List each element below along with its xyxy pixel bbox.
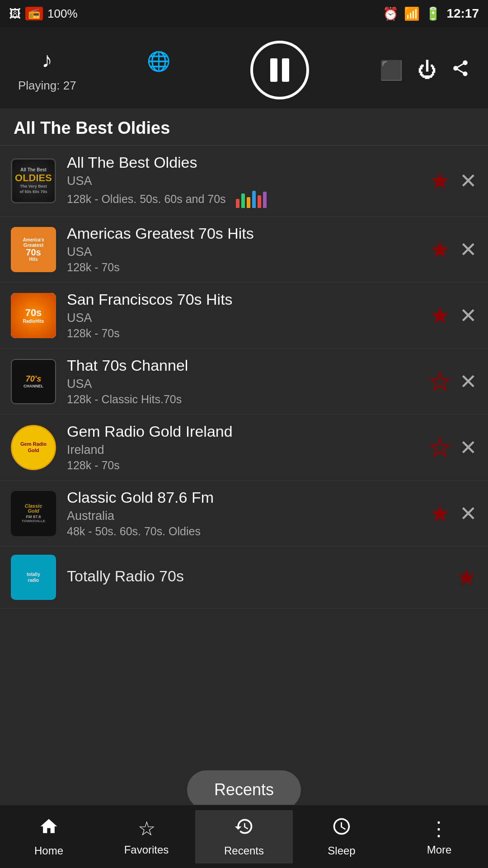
station-info: Classic Gold 87.6 Fm Australia 48k - 50s…: [67, 489, 422, 538]
station-name: Gem Radio Gold Ireland: [67, 423, 422, 440]
section-heading: All The Best Oldies: [14, 118, 474, 138]
station-actions: ★ ✕: [429, 302, 477, 329]
nav-item-more[interactable]: ⋮ More: [390, 811, 488, 863]
pause-bar-right: [282, 58, 289, 82]
status-right: ⏰ 📶 🔋 12:17: [383, 6, 479, 21]
clock: 12:17: [446, 6, 479, 21]
favorite-button[interactable]: ★: [429, 500, 450, 527]
nav-item-sleep[interactable]: Sleep: [293, 810, 390, 863]
station-meta: 128k - 70s: [67, 327, 422, 340]
remove-button[interactable]: ✕: [460, 501, 477, 526]
player-header: ♪ Playing: 27 🌐 ⬛ ⏻: [0, 27, 488, 108]
music-icon[interactable]: ♪: [42, 47, 52, 72]
status-left: 🖼 📻 100%: [9, 7, 78, 21]
remove-button[interactable]: ✕: [460, 169, 477, 193]
station-actions: ★ ✕: [429, 236, 477, 263]
stop-button[interactable]: ⬛: [380, 59, 403, 81]
share-button[interactable]: [451, 59, 470, 82]
station-item[interactable]: America's Greatest 70s Hits Americas Gre…: [0, 217, 488, 283]
favorites-label: Favorites: [124, 844, 169, 856]
battery-number: 100%: [47, 7, 78, 21]
station-info: That 70s Channel USA 128k - Classic Hits…: [67, 357, 422, 406]
station-meta: 128k - Oldies. 50s. 60s and 70s: [67, 190, 422, 208]
station-item[interactable]: Gem RadioGold Gem Radio Gold Ireland Ire…: [0, 415, 488, 481]
station-name: Americas Greatest 70s Hits: [67, 225, 422, 242]
station-name: San Franciscos 70s Hits: [67, 291, 422, 308]
station-country: Ireland: [67, 443, 422, 457]
station-logo: Gem RadioGold: [11, 425, 56, 470]
station-info: All The Best Oldies USA 128k - Oldies. 5…: [67, 154, 422, 208]
app-icon: 📻: [25, 7, 43, 20]
station-meta: 128k - Classic Hits.70s: [67, 393, 422, 406]
pause-button[interactable]: [250, 41, 309, 99]
sleep-icon: [332, 816, 352, 841]
station-actions: ★ ✕: [429, 167, 477, 194]
station-item[interactable]: 70s RadioHits San Franciscos 70s Hits US…: [0, 283, 488, 349]
home-icon: [39, 816, 59, 841]
station-item[interactable]: 70's CHANNEL That 70s Channel USA 128k -…: [0, 349, 488, 415]
nav-item-recents[interactable]: Recents: [195, 810, 293, 863]
station-item[interactable]: totallyradio Totally Radio 70s ★: [0, 547, 488, 609]
station-country: USA: [67, 377, 422, 391]
globe-control: 🌐: [147, 50, 170, 72]
favorite-button[interactable]: ★: [429, 167, 450, 194]
more-icon: ⋮: [429, 817, 450, 840]
station-info: Totally Radio 70s: [67, 567, 449, 588]
wifi-icon: 📶: [404, 6, 420, 21]
bottom-nav: Home ☆ Favorites Recents Sleep ⋮ More: [0, 805, 488, 868]
favorite-button[interactable]: ★: [429, 434, 450, 461]
battery-icon: 🔋: [425, 6, 441, 21]
favorite-button[interactable]: ★: [429, 302, 450, 329]
section-title: All The Best Oldies: [0, 108, 488, 146]
station-logo: 70's CHANNEL: [11, 359, 56, 404]
favorite-button[interactable]: ★: [429, 236, 450, 263]
station-logo: America's Greatest 70s Hits: [11, 227, 56, 272]
nav-item-favorites[interactable]: ☆ Favorites: [98, 811, 195, 863]
player-right-controls: ⬛ ⏻: [380, 59, 470, 82]
station-list: All The Best OLDIES The Very Bestof 50s …: [0, 146, 488, 681]
station-country: USA: [67, 311, 422, 325]
station-name: That 70s Channel: [67, 357, 422, 374]
recents-label: Recents: [224, 844, 264, 857]
station-meta: 128k - 70s: [67, 261, 422, 274]
station-info: San Franciscos 70s Hits USA 128k - 70s: [67, 291, 422, 340]
remove-button[interactable]: ✕: [460, 369, 477, 394]
recents-label: Recents: [214, 780, 274, 799]
station-actions: ★ ✕: [429, 434, 477, 461]
station-name: Classic Gold 87.6 Fm: [67, 489, 422, 506]
recents-tooltip: Recents: [187, 770, 301, 809]
playing-label: Playing: 27: [18, 79, 76, 93]
remove-button[interactable]: ✕: [460, 435, 477, 460]
station-meta: 48k - 50s. 60s. 70s. Oldies: [67, 525, 422, 538]
nav-item-home[interactable]: Home: [0, 810, 98, 863]
status-bar: 🖼 📻 100% ⏰ 📶 🔋 12:17: [0, 0, 488, 27]
station-item[interactable]: Classic Gold FM 87.6 TOWNSVILLE Classic …: [0, 481, 488, 547]
station-logo: Classic Gold FM 87.6 TOWNSVILLE: [11, 491, 56, 536]
remove-button[interactable]: ✕: [460, 237, 477, 262]
station-logo: totallyradio: [11, 555, 56, 600]
station-meta: 128k - 70s: [67, 459, 422, 472]
station-name: Totally Radio 70s: [67, 567, 449, 585]
home-label: Home: [34, 844, 63, 857]
player-left-controls: ♪ Playing: 27: [18, 47, 76, 93]
station-logo: All The Best OLDIES The Very Bestof 50s …: [11, 158, 56, 203]
station-info: Gem Radio Gold Ireland Ireland 128k - 70…: [67, 423, 422, 472]
eq-bars: [236, 190, 267, 208]
recents-icon: [234, 816, 254, 841]
remove-button[interactable]: ✕: [460, 303, 477, 328]
globe-icon[interactable]: 🌐: [147, 50, 170, 72]
station-item[interactable]: All The Best OLDIES The Very Bestof 50s …: [0, 146, 488, 217]
alarm-icon: ⏰: [383, 6, 399, 21]
station-country: Australia: [67, 509, 422, 523]
station-actions: ★ ✕: [429, 500, 477, 527]
station-country: USA: [67, 245, 422, 259]
power-button[interactable]: ⏻: [418, 59, 436, 81]
pause-bar-left: [270, 58, 277, 82]
station-name: All The Best Oldies: [67, 154, 422, 171]
favorite-button[interactable]: ★: [429, 368, 450, 395]
favorite-button[interactable]: ★: [456, 564, 477, 591]
more-label: More: [427, 844, 452, 856]
station-info: Americas Greatest 70s Hits USA 128k - 70…: [67, 225, 422, 274]
station-country: USA: [67, 174, 422, 188]
player-center: [250, 41, 309, 99]
